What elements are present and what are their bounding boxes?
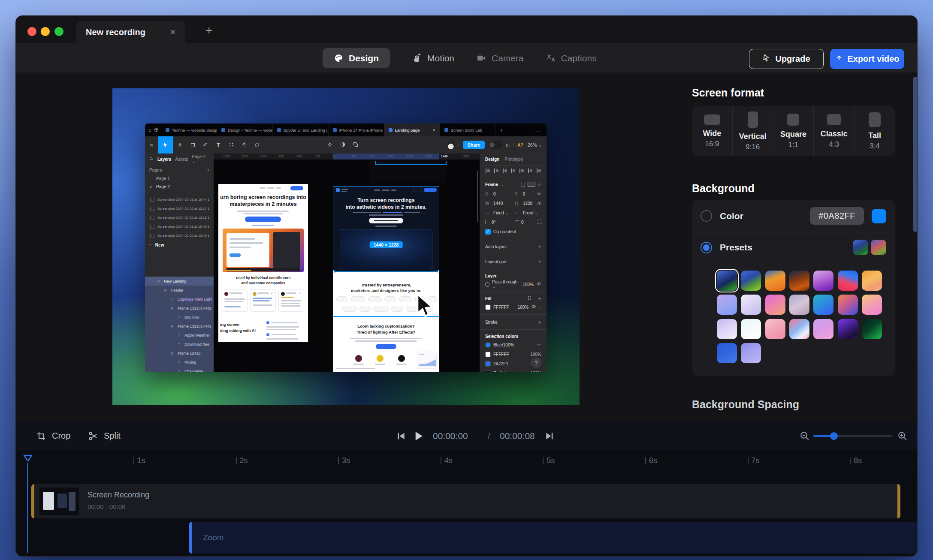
add-stroke-button[interactable]: + bbox=[538, 319, 541, 325]
blend-mode[interactable]: Pass through ⌄ bbox=[492, 280, 520, 289]
color-hex-input[interactable]: #0A82FF bbox=[810, 207, 864, 225]
selection-color-row[interactable]: FFFFFF100% bbox=[485, 349, 541, 359]
browser-more-button[interactable]: … bbox=[535, 127, 540, 133]
dev-mode-toggle[interactable] bbox=[488, 141, 503, 149]
missing-fonts-badge[interactable]: A? bbox=[517, 143, 523, 148]
preset-swatch-9[interactable] bbox=[741, 295, 761, 315]
add-fill-button[interactable]: + bbox=[538, 295, 541, 302]
preset-thumbnail[interactable] bbox=[871, 240, 886, 255]
design-frame-light[interactable]: urn boring screen recordings into master… bbox=[218, 184, 308, 342]
layer-tree-item[interactable]: TPricing bbox=[145, 358, 214, 367]
scale-icon[interactable]: ⁘ bbox=[538, 182, 541, 187]
align-icon[interactable] bbox=[494, 168, 499, 174]
search-icon[interactable] bbox=[149, 157, 154, 162]
eye-icon[interactable] bbox=[531, 304, 536, 310]
format-option-classic[interactable]: Classic4:3 bbox=[813, 106, 854, 156]
pen-tool-icon[interactable] bbox=[199, 142, 212, 148]
background-color-row[interactable]: Color #0A82FF bbox=[692, 200, 895, 232]
width-field[interactable]: 1440 bbox=[493, 201, 512, 206]
remove-fill-button[interactable]: − bbox=[539, 305, 541, 310]
layer-tree-item[interactable]: ○Apple Weather bbox=[145, 331, 214, 340]
color-radio[interactable] bbox=[701, 210, 712, 222]
align-icon[interactable] bbox=[536, 168, 541, 174]
layer-tree-item[interactable]: #Frame 1321314441 bbox=[145, 322, 214, 331]
format-option-tall[interactable]: Tall3:4 bbox=[854, 106, 895, 156]
layer-item[interactable]: Screenshot 2024-02-01 at 19.44 1 bbox=[145, 195, 214, 204]
browser-tab[interactable]: Techne — website design bbox=[161, 123, 217, 136]
presets-radio[interactable] bbox=[701, 242, 712, 253]
format-option-vertical[interactable]: Vertical9:16 bbox=[732, 106, 773, 156]
layer-item[interactable]: Screenshot 2024-02-02 at 13.16 1 bbox=[145, 213, 214, 222]
zoom-in-icon[interactable] bbox=[897, 421, 908, 451]
figma-zoom-level[interactable]: 26% ⌄ bbox=[528, 142, 542, 148]
sidebar-scrollbar[interactable] bbox=[913, 77, 917, 232]
fill-styles-icon[interactable]: ⠿ bbox=[527, 295, 531, 302]
preset-swatch-1[interactable] bbox=[717, 271, 737, 291]
design-tab[interactable]: Design bbox=[485, 157, 499, 162]
crosshair-icon[interactable] bbox=[323, 142, 336, 148]
browser-new-tab-button[interactable]: + bbox=[500, 127, 504, 133]
format-option-square[interactable]: Square1:1 bbox=[773, 106, 814, 156]
export-video-button[interactable]: Export video bbox=[830, 49, 904, 69]
chevron-down-icon[interactable]: ⌄ bbox=[512, 143, 515, 147]
design-frame-dark[interactable]: Turn screen recordings into aethetic vid… bbox=[333, 186, 439, 372]
playhead-line[interactable] bbox=[27, 463, 28, 553]
rotation-field[interactable]: 0° bbox=[492, 220, 512, 225]
preset-swatch-10[interactable] bbox=[765, 295, 785, 315]
selection-handle[interactable] bbox=[333, 270, 335, 273]
comment-tool-icon[interactable] bbox=[251, 142, 263, 148]
preset-swatch-4[interactable] bbox=[789, 271, 809, 291]
close-tab-icon[interactable]: × bbox=[433, 128, 435, 132]
add-auto-layout-button[interactable]: + bbox=[538, 244, 541, 250]
corner-radius-field[interactable]: 0 bbox=[521, 220, 524, 225]
chevron-down-icon[interactable]: ⌄ bbox=[457, 143, 460, 147]
avatar[interactable] bbox=[447, 141, 455, 149]
browser-tab[interactable]: Design - Techne — website bbox=[217, 123, 273, 136]
zoom-effect-clip[interactable]: Zoom bbox=[189, 522, 917, 554]
preset-swatch-15[interactable] bbox=[717, 319, 737, 339]
video-preview-canvas[interactable]: ⌂ Techne — website designDesign - Techne… bbox=[112, 88, 580, 405]
preset-swatch-11[interactable] bbox=[789, 295, 809, 315]
preset-swatch-12[interactable] bbox=[813, 295, 833, 315]
layer-opacity[interactable]: 100% bbox=[522, 282, 534, 287]
hand-tool-icon[interactable] bbox=[238, 142, 251, 148]
layer-tree-item[interactable]: #Frame 12425 bbox=[145, 349, 214, 358]
preset-swatch-13[interactable] bbox=[838, 295, 858, 315]
preset-swatch-17[interactable] bbox=[765, 319, 785, 339]
minimize-window-button[interactable] bbox=[41, 27, 50, 36]
preset-swatch-21[interactable] bbox=[862, 319, 882, 339]
preset-swatch-2[interactable] bbox=[741, 271, 761, 291]
fill-hex[interactable]: FFFFFF bbox=[493, 305, 509, 310]
canvas-scrollbar[interactable] bbox=[477, 171, 478, 222]
eye-icon[interactable] bbox=[536, 281, 541, 287]
boolean-icon[interactable] bbox=[349, 142, 362, 148]
layer-tree-item[interactable]: #New Landing bbox=[145, 277, 214, 286]
align-icon[interactable] bbox=[485, 168, 490, 174]
timeline-zoom-knob[interactable] bbox=[830, 432, 838, 440]
figma-menu-icon[interactable]: ≡ bbox=[145, 142, 158, 148]
skip-start-button[interactable] bbox=[395, 421, 406, 451]
selection-color-row[interactable]: Radial100% bbox=[485, 368, 541, 372]
browser-tab[interactable]: iPhone 14 Pro & iPhone 14 | bbox=[329, 123, 384, 136]
preset-swatch-16[interactable] bbox=[741, 319, 761, 339]
skip-end-button[interactable] bbox=[544, 421, 556, 451]
tab-motion[interactable]: Motion bbox=[412, 48, 454, 68]
shape-tool-icon[interactable] bbox=[186, 142, 199, 148]
layer-tree-item[interactable]: #Frame 1321314442 bbox=[145, 304, 214, 313]
prototype-tab[interactable]: Prototype bbox=[504, 157, 523, 162]
layer-tree-item[interactable]: #Header bbox=[145, 286, 214, 295]
browser-tab[interactable]: Screen Story Lab bbox=[440, 123, 496, 136]
close-window-button[interactable] bbox=[27, 27, 36, 36]
zoom-out-icon[interactable] bbox=[799, 421, 810, 451]
text-tool-icon[interactable]: T bbox=[212, 142, 225, 148]
mask-icon[interactable] bbox=[336, 142, 349, 148]
fill-swatch[interactable] bbox=[485, 304, 491, 310]
preset-swatch-20[interactable] bbox=[838, 319, 858, 339]
page-item[interactable]: ✓Page 2 bbox=[145, 183, 214, 191]
figma-share-button[interactable]: Share bbox=[463, 141, 485, 149]
resources-tool-icon[interactable] bbox=[225, 142, 238, 148]
layer-item[interactable]: Screenshot 2024-02-02 at 13.40 1 bbox=[145, 231, 214, 240]
layer-tree-item[interactable]: TChangelog bbox=[145, 367, 214, 372]
fill-opacity[interactable]: 100% bbox=[518, 305, 529, 310]
screen-recording-clip[interactable]: Screen Recording 00:00 - 00:08 bbox=[31, 484, 900, 518]
